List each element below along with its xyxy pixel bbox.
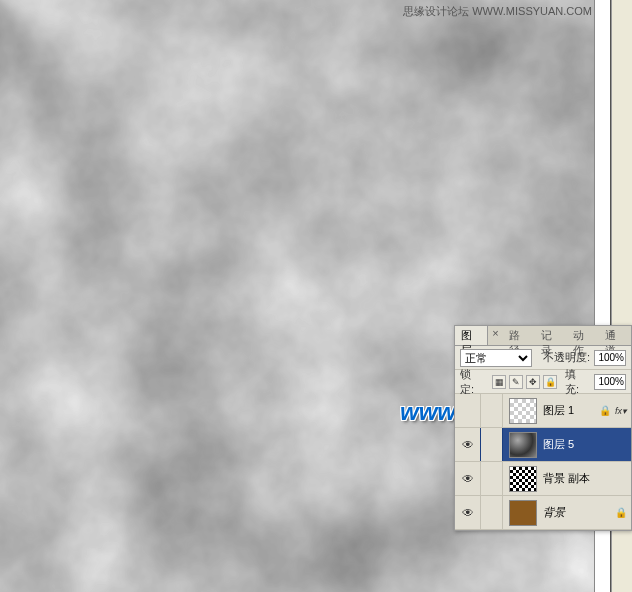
layer-name[interactable]: 背景 (543, 505, 615, 520)
layer-item[interactable]: 👁 背景 副本 (455, 462, 631, 496)
layers-panel: 图层 × 路径 记录 动作 通道 正常 不透明度: 锁定: ▦ ✎ ✥ 🔒 填充… (454, 325, 632, 531)
layer-item[interactable]: 👁 图层 5 (455, 428, 631, 462)
layer-item[interactable]: 👁 背景 🔒 (455, 496, 631, 530)
layer-thumbnail[interactable] (509, 432, 537, 458)
tab-close[interactable]: × (488, 326, 502, 345)
lock-icons: ▦ ✎ ✥ 🔒 (492, 375, 557, 389)
blend-mode-select[interactable]: 正常 (460, 349, 532, 367)
eye-icon: 👁 (462, 506, 474, 520)
fill-input[interactable] (594, 374, 626, 390)
tab-layers[interactable]: 图层 (455, 326, 488, 345)
tab-actions[interactable]: 动作 (567, 326, 599, 345)
tab-history[interactable]: 记录 (535, 326, 567, 345)
link-cell[interactable] (481, 394, 503, 427)
opacity-input[interactable] (594, 350, 626, 366)
lock-move-icon[interactable]: ✥ (526, 375, 540, 389)
lock-label: 锁定: (460, 367, 485, 397)
visibility-toggle[interactable]: 👁 (455, 462, 481, 495)
layer-name[interactable]: 背景 副本 (543, 471, 631, 486)
lock-brush-icon[interactable]: ✎ (509, 375, 523, 389)
visibility-toggle[interactable]: 👁 (455, 496, 481, 529)
visibility-toggle[interactable] (455, 394, 481, 427)
tab-channels[interactable]: 通道 (599, 326, 631, 345)
layer-name[interactable]: 图层 1 (543, 403, 599, 418)
lock-icon: 🔒 (599, 405, 611, 416)
layer-thumbnail[interactable] (509, 466, 537, 492)
eye-icon: 👁 (462, 438, 474, 452)
link-cell[interactable] (481, 462, 503, 495)
watermark-top: 思缘设计论坛 WWW.MISSYUAN.COM (403, 4, 592, 19)
fx-icon[interactable]: fx▾ (615, 406, 627, 416)
fill-label: 填充: (565, 367, 590, 397)
lock-fill-row: 锁定: ▦ ✎ ✥ 🔒 填充: (455, 370, 631, 394)
link-cell[interactable] (481, 496, 503, 529)
lock-icon: 🔒 (615, 507, 627, 518)
visibility-toggle[interactable]: 👁 (455, 428, 481, 461)
layer-name[interactable]: 图层 5 (543, 437, 631, 452)
eye-icon: 👁 (462, 472, 474, 486)
tab-paths[interactable]: 路径 (503, 326, 535, 345)
lock-transparency-icon[interactable]: ▦ (492, 375, 506, 389)
link-cell[interactable] (481, 428, 503, 461)
lock-all-icon[interactable]: 🔒 (543, 375, 557, 389)
panel-tabs: 图层 × 路径 记录 动作 通道 (455, 326, 631, 346)
opacity-label: 不透明度: (543, 350, 590, 365)
layer-list: 图层 1 🔒 fx▾ 👁 图层 5 👁 背景 副本 👁 背景 🔒 (455, 394, 631, 530)
layer-thumbnail[interactable] (509, 398, 537, 424)
layer-thumbnail[interactable] (509, 500, 537, 526)
layer-item[interactable]: 图层 1 🔒 fx▾ (455, 394, 631, 428)
